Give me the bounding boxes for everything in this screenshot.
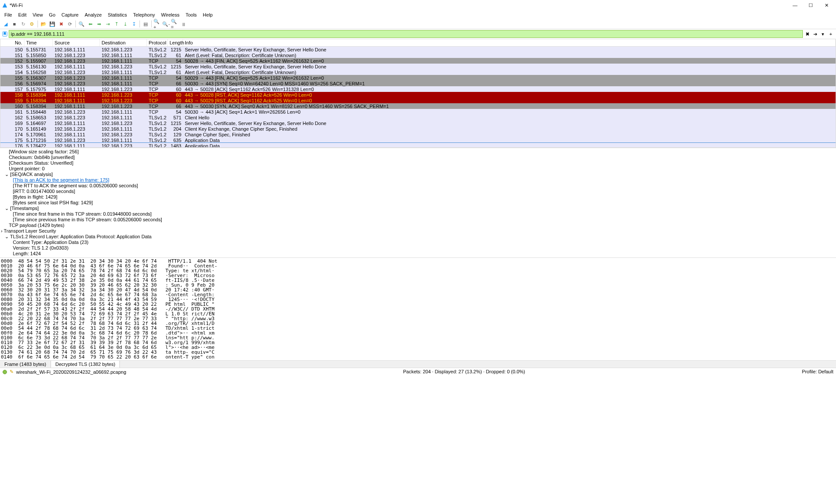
column-header[interactable]: Protocol — [147, 39, 168, 46]
menu-view[interactable]: View — [30, 11, 46, 18]
tree-item[interactable]: › Transport Layer Security — [1, 228, 835, 234]
tree-item[interactable]: [The RTT to ACK the segment was: 0.00520… — [1, 183, 835, 189]
tree-toggle-icon[interactable]: ⌄ — [5, 234, 9, 239]
bookmark-filter-icon[interactable] — [2, 31, 8, 37]
find-icon[interactable]: 🔍 — [78, 20, 85, 28]
capture-options-icon[interactable]: ⚙ — [28, 20, 36, 28]
close-file-icon[interactable]: ✖ — [57, 20, 65, 28]
menu-telephony[interactable]: Telephony — [130, 11, 157, 18]
display-filter-input[interactable] — [9, 30, 803, 38]
column-header[interactable]: Destination — [100, 39, 147, 46]
filter-dropdown-icon[interactable]: ▾ — [819, 30, 826, 37]
packet-row[interactable]: 1595.158394192.168.1.111192.168.1.223TCP… — [0, 98, 836, 103]
tree-item[interactable]: Urgent pointer: 0 — [1, 166, 835, 172]
reload-icon[interactable]: ⟳ — [66, 20, 74, 28]
tree-item[interactable]: ⌄ [Timestamps] — [1, 206, 835, 211]
stop-capture-icon[interactable]: ■ — [10, 20, 18, 28]
column-header[interactable]: No. — [0, 39, 24, 46]
menu-go[interactable]: Go — [46, 11, 58, 18]
go-first-icon[interactable]: ⤒ — [112, 20, 120, 28]
tree-item[interactable]: TCP payload (1429 bytes) — [1, 223, 835, 228]
packet-row[interactable]: 1555.156307192.168.1.223192.168.1.111TCP… — [0, 75, 836, 81]
save-file-icon[interactable]: 💾 — [48, 20, 56, 28]
packet-row[interactable]: 1615.158448192.168.1.223192.168.1.111TCP… — [0, 109, 836, 115]
packet-row[interactable]: 1695.164697192.168.1.111192.168.1.223TLS… — [0, 120, 836, 126]
tree-item[interactable]: [Bytes in flight: 1429] — [1, 194, 835, 200]
tree-toggle-icon[interactable]: ⌄ — [5, 206, 9, 211]
packet-cell-info: 50030 → 443 [SYN] Seq=0 Win=64240 Len=0 … — [183, 81, 836, 86]
tree-link[interactable]: [This is an ACK to the segment in frame:… — [13, 177, 109, 183]
resize-columns-icon[interactable]: ⫼ — [180, 20, 187, 28]
restart-capture-icon[interactable]: ↻ — [19, 20, 27, 28]
go-fwd-icon[interactable]: ➡ — [95, 20, 103, 28]
close-button[interactable]: ✕ — [819, 0, 834, 10]
tree-item[interactable]: Content Type: Application Data (23) — [1, 240, 835, 245]
zoom-in-icon[interactable]: 🔍+ — [153, 20, 161, 28]
bytes-tab[interactable]: Frame (1483 bytes) — [0, 361, 51, 368]
packet-row[interactable]: 1535.156130192.168.1.111192.168.1.223TLS… — [0, 64, 836, 69]
go-last-icon[interactable]: ⤓ — [121, 20, 129, 28]
packet-row[interactable]: 1505.155731192.168.1.111192.168.1.223TLS… — [0, 47, 836, 52]
tree-item[interactable]: [This is an ACK to the segment in frame:… — [1, 177, 835, 183]
packet-row[interactable]: 1515.155850192.168.1.223192.168.1.111TLS… — [0, 52, 836, 58]
column-header[interactable]: Length — [168, 39, 183, 46]
menu-analyze[interactable]: Analyze — [82, 11, 104, 18]
packet-row[interactable]: 1705.165149192.168.1.223192.168.1.111TLS… — [0, 126, 836, 132]
tree-item[interactable]: [Time since first frame in this TCP stre… — [1, 211, 835, 217]
expert-info-icon[interactable] — [3, 370, 7, 374]
packet-row[interactable]: 1605.158394192.168.1.111192.168.1.223TCP… — [0, 103, 836, 109]
zoom-out-icon[interactable]: 🔍- — [162, 20, 170, 28]
packet-row[interactable]: 1745.170961192.168.1.111192.168.1.223TLS… — [0, 132, 836, 137]
menu-edit[interactable]: Edit — [16, 11, 29, 18]
menu-tools[interactable]: Tools — [183, 11, 200, 18]
packet-row[interactable]: 1765.176422192.168.1.111192.168.1.223TLS… — [0, 143, 836, 148]
tree-item[interactable]: [Bytes sent since last PSH flag: 1429] — [1, 200, 835, 206]
packet-row[interactable]: 1565.156974192.168.1.223192.168.1.111TCP… — [0, 81, 836, 86]
packet-row[interactable]: 1525.155907192.168.1.223192.168.1.111TCP… — [0, 58, 836, 64]
packet-row[interactable]: 1625.158653192.168.1.223192.168.1.111TLS… — [0, 115, 836, 120]
tree-toggle-icon[interactable]: › — [1, 228, 3, 233]
packet-cell-no: 170 — [0, 126, 24, 132]
menu-statistics[interactable]: Statistics — [105, 11, 129, 18]
status-profile[interactable]: Profile: Default — [802, 369, 833, 375]
tree-item[interactable]: Length: 1424 — [1, 251, 835, 257]
open-file-icon[interactable]: 📂 — [40, 20, 48, 28]
clear-filter-icon[interactable]: ✖ — [804, 30, 811, 37]
packet-row[interactable]: 1545.156258192.168.1.223192.168.1.111TLS… — [0, 69, 836, 75]
bytes-tab[interactable]: Decrypted TLS (1382 bytes) — [51, 361, 120, 368]
apply-filter-icon[interactable]: ➔ — [812, 30, 819, 37]
shark-fin-icon[interactable]: ◢ — [2, 20, 10, 28]
tree-toggle-icon[interactable]: ⌄ — [5, 172, 9, 177]
column-header[interactable]: Time — [24, 39, 53, 46]
tree-item[interactable]: Checksum: 0xb84b [unverified] — [1, 155, 835, 160]
tree-item[interactable]: [Window size scaling factor: 256] — [1, 149, 835, 155]
auto-scroll-icon[interactable]: ↧ — [130, 20, 138, 28]
go-back-icon[interactable]: ⬅ — [86, 20, 94, 28]
tree-item[interactable]: Version: TLS 1.2 (0x0303) — [1, 245, 835, 251]
column-header[interactable]: Info — [183, 39, 836, 46]
tree-item[interactable]: ⌄ [SEQ/ACK analysis] — [1, 172, 835, 177]
go-to-packet-icon[interactable]: ⇥ — [104, 20, 112, 28]
packet-list-pane[interactable]: No.TimeSourceDestinationProtocolLengthIn… — [0, 39, 836, 148]
tree-item[interactable]: ⌄ TLSv1.2 Record Layer: Application Data… — [1, 234, 835, 240]
packet-cell-no: 169 — [0, 121, 24, 126]
column-header[interactable]: Source — [53, 39, 100, 46]
zoom-reset-icon[interactable]: 🔍= — [171, 20, 179, 28]
packet-row[interactable]: 1585.158394192.168.1.111192.168.1.223TCP… — [0, 92, 836, 98]
menu-capture[interactable]: Capture — [59, 11, 81, 18]
colorize-icon[interactable]: ▤ — [142, 20, 150, 28]
tree-item[interactable]: [Checksum Status: Unverified] — [1, 160, 835, 166]
packet-row[interactable]: 1575.157975192.168.1.111192.168.1.223TCP… — [0, 86, 836, 92]
minimize-button[interactable]: — — [787, 0, 803, 10]
packet-bytes-pane[interactable]: 0000 48 54 54 50 2f 31 2e 31 20 34 30 34… — [0, 257, 836, 360]
tree-item[interactable]: [Time since previous frame in this TCP s… — [1, 217, 835, 223]
packet-row[interactable]: 1755.171216192.168.1.223192.168.1.111TLS… — [0, 137, 836, 143]
tree-item[interactable]: [iRTT: 0.001474000 seconds] — [1, 189, 835, 194]
maximize-button[interactable]: ☐ — [803, 0, 819, 10]
edit-icon[interactable]: ✎ — [10, 369, 14, 375]
menu-wireless[interactable]: Wireless — [159, 11, 182, 18]
packet-details-pane[interactable]: [Window size scaling factor: 256] Checks… — [0, 148, 836, 257]
add-filter-icon[interactable]: + — [827, 30, 834, 37]
menu-file[interactable]: File — [2, 11, 15, 18]
menu-help[interactable]: Help — [200, 11, 215, 18]
